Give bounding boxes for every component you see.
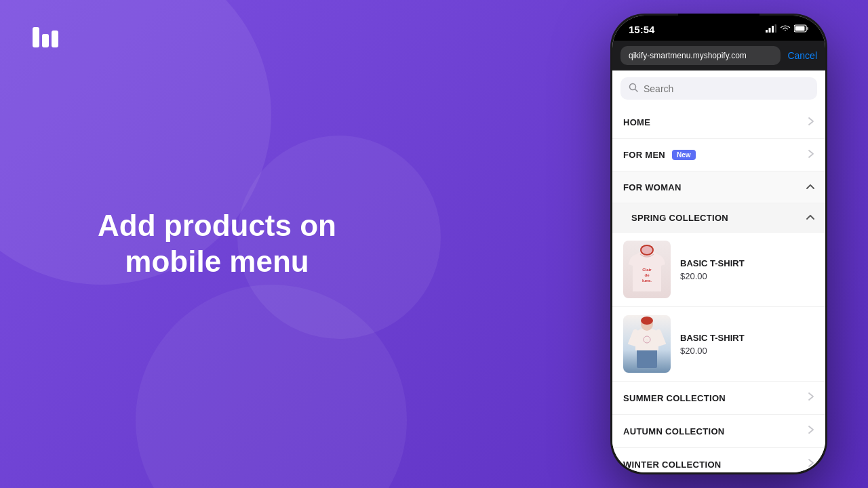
summer-collection-label: SUMMER COLLECTION bbox=[623, 393, 726, 403]
spring-collection-chevron-up bbox=[806, 211, 814, 224]
svg-text:lune.: lune. bbox=[642, 279, 652, 283]
summer-chevron bbox=[808, 391, 814, 405]
winter-collection-label: WINTER COLLECTION bbox=[623, 460, 721, 470]
signal-icon bbox=[766, 24, 776, 35]
phone-screen: 15:54 bbox=[612, 16, 825, 472]
svg-rect-4 bbox=[769, 28, 771, 33]
home-chevron bbox=[808, 116, 814, 129]
svg-rect-1 bbox=[42, 34, 49, 47]
search-icon bbox=[629, 83, 638, 94]
product-image-2: ♡ bbox=[623, 315, 671, 373]
svg-text:Clair: Clair bbox=[642, 268, 652, 272]
headline-line2: mobile menu bbox=[125, 245, 309, 278]
home-label: HOME bbox=[623, 117, 650, 127]
svg-rect-2 bbox=[52, 30, 58, 47]
for-woman-chevron-up bbox=[806, 181, 814, 193]
content-area: HOME FOR MEN New bbox=[612, 70, 825, 472]
product-card-2[interactable]: ♡ BASIC T-SHIRT $20.00 bbox=[612, 307, 825, 382]
svg-rect-9 bbox=[807, 27, 809, 30]
headline: Add products on mobile menu bbox=[75, 208, 359, 280]
phone-notch bbox=[678, 14, 760, 33]
product-img-pink: Clair de lune. bbox=[623, 241, 671, 298]
product-price-2: $20.00 bbox=[680, 346, 814, 356]
phone-frame: 15:54 bbox=[610, 14, 827, 474]
svg-text:de: de bbox=[644, 273, 650, 277]
logo bbox=[27, 20, 61, 54]
for-men-chevron bbox=[808, 148, 814, 161]
svg-point-16 bbox=[642, 246, 652, 254]
search-bar[interactable] bbox=[620, 77, 817, 100]
url-bar[interactable]: qikify-smartmenu.myshopify.com bbox=[620, 46, 781, 65]
svg-line-11 bbox=[635, 89, 638, 92]
product-image-1: Clair de lune. bbox=[623, 241, 671, 298]
autumn-collection-label: AUTUMN COLLECTION bbox=[623, 426, 725, 436]
svg-point-19 bbox=[641, 317, 653, 325]
svg-rect-17 bbox=[637, 348, 657, 368]
menu-item-for-woman[interactable]: FOR WOMAN bbox=[612, 171, 825, 203]
menu-item-for-men[interactable]: FOR MEN New bbox=[612, 139, 825, 171]
wifi-icon bbox=[780, 24, 791, 35]
search-input[interactable] bbox=[644, 83, 809, 94]
spring-collection-header[interactable]: SPRING COLLECTION bbox=[612, 203, 825, 232]
svg-rect-8 bbox=[795, 26, 805, 31]
menu-item-home[interactable]: HOME bbox=[612, 106, 825, 139]
winter-collection-item[interactable]: WINTER COLLECTION bbox=[612, 448, 825, 472]
new-badge: New bbox=[672, 150, 696, 160]
status-time: 15:54 bbox=[629, 24, 654, 35]
product-img-jeans: ♡ bbox=[623, 315, 671, 373]
for-woman-label: FOR WOMAN bbox=[623, 182, 682, 192]
svg-rect-6 bbox=[775, 24, 777, 33]
browser-bar: qikify-smartmenu.myshopify.com Cancel bbox=[612, 41, 825, 70]
battery-icon bbox=[794, 24, 809, 35]
summer-collection-item[interactable]: SUMMER COLLECTION bbox=[612, 382, 825, 415]
status-icons bbox=[766, 24, 809, 35]
autumn-collection-item[interactable]: AUTUMN COLLECTION bbox=[612, 415, 825, 448]
spring-collection-label: SPRING COLLECTION bbox=[631, 213, 728, 223]
cancel-button[interactable]: Cancel bbox=[787, 50, 817, 61]
for-men-label: FOR MEN bbox=[623, 150, 665, 160]
svg-rect-5 bbox=[772, 26, 774, 33]
product-name-1: BASIC T-SHIRT bbox=[680, 258, 814, 268]
product-info-1: BASIC T-SHIRT $20.00 bbox=[680, 258, 814, 281]
autumn-chevron bbox=[808, 424, 814, 438]
phone-wrapper: 15:54 bbox=[610, 14, 827, 474]
product-card-1[interactable]: Clair de lune. BASIC T-SHIRT $20.00 bbox=[612, 232, 825, 307]
product-info-2: BASIC T-SHIRT $20.00 bbox=[680, 333, 814, 356]
headline-line1: Add products on bbox=[98, 209, 336, 242]
winter-chevron bbox=[808, 458, 814, 471]
svg-text:♡: ♡ bbox=[646, 339, 648, 342]
product-name-2: BASIC T-SHIRT bbox=[680, 333, 814, 343]
product-price-1: $20.00 bbox=[680, 271, 814, 281]
svg-rect-3 bbox=[766, 30, 768, 33]
svg-rect-0 bbox=[33, 27, 39, 47]
